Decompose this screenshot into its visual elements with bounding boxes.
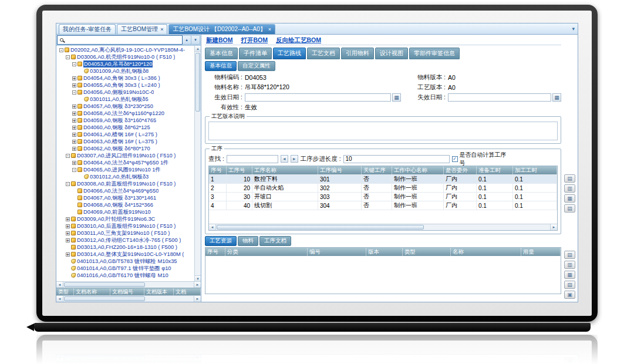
tree-item[interactable]: D04066,A0,法兰δ4*φ469*φ550	[58, 187, 194, 194]
tree-expander-icon[interactable]: +	[72, 105, 76, 109]
scroll-right-icon[interactable]: ►	[550, 224, 557, 230]
scroll-thumb[interactable]	[64, 282, 145, 287]
tree-item[interactable]: D04069,A0,前盖板919No10	[58, 208, 194, 215]
detail-tab[interactable]: 工艺路线	[273, 48, 306, 59]
bom-action-link[interactable]: 打开BOM	[241, 36, 268, 45]
find-input[interactable]	[227, 155, 278, 163]
tree-expander-icon[interactable]: +	[66, 217, 70, 221]
scroll-right-icon[interactable]: ►	[194, 296, 201, 302]
tree-item[interactable]: + D04058,A0,法兰δ6*φ1160*φ1220	[58, 110, 194, 117]
tree-item[interactable]: 0301009,A0,热轧钢板δ8	[58, 68, 194, 75]
table-tool-button[interactable]: ▤	[564, 174, 575, 183]
table-tool-button[interactable]: ▦	[564, 271, 575, 279]
tree-item[interactable]: + D04054,A0,角钢 30x3 ( L=386 )	[58, 75, 194, 82]
detail-tab[interactable]: 工艺文档	[307, 48, 340, 59]
tree-expander-icon[interactable]: +	[72, 140, 76, 144]
tree-expander-icon[interactable]: +	[72, 76, 76, 80]
table-tool-button[interactable]: ▥	[564, 261, 575, 269]
scroll-up-icon[interactable]: ▲	[195, 46, 201, 52]
process-row[interactable]: 1 10 数控下料 301 否 制作一班 厂内 0.1	[209, 174, 557, 183]
scroll-left-icon[interactable]: ◄	[56, 282, 63, 288]
close-icon[interactable]: ×	[268, 27, 271, 32]
tree-expander-icon[interactable]: -	[72, 168, 76, 172]
table-tool-button[interactable]: ▦	[564, 194, 575, 203]
tree-expander-icon[interactable]: +	[66, 224, 70, 228]
window-tab[interactable]: 我的任务-审签任务	[59, 24, 116, 34]
tree-item[interactable]: + D04063,A0,槽钢 16# ( L=375 )	[58, 138, 194, 145]
resource-tab[interactable]: 物料	[238, 236, 258, 246]
tree-item[interactable]: + D04064,A0,法兰δ4*φ457*φ550 1件	[58, 159, 194, 166]
doc-horizontal-scrollbar[interactable]: ◄ ►	[56, 295, 201, 302]
scroll-thumb[interactable]	[195, 53, 200, 112]
scroll-track[interactable]	[63, 355, 194, 360]
tree-expander-icon[interactable]: -	[72, 90, 76, 95]
tree-item[interactable]: - D03008,A0,前盖板组件919No10 ( F510 )	[58, 180, 194, 187]
find-next-button[interactable]: ►	[291, 155, 298, 163]
tree-expander-icon[interactable]: +	[66, 252, 70, 257]
scroll-right-icon[interactable]: ►	[194, 355, 201, 360]
bom-action-link[interactable]: 新建BOM	[206, 36, 233, 45]
tree-expander-icon[interactable]: +	[72, 133, 76, 137]
scroll-track[interactable]	[63, 296, 194, 302]
table-tool-button[interactable]: ▣	[564, 291, 575, 299]
tree-horizontal-scrollbar[interactable]: ◄ ►	[56, 281, 201, 288]
tree-item[interactable]: - D04065,A0,进风圈919No10 1件	[58, 166, 194, 173]
table-tool-button[interactable]: ▤	[564, 204, 575, 213]
process-row[interactable]: 2 20 半自动火焰 302 否 制作一班 厂内 0.1	[209, 183, 557, 192]
tree-expander-icon[interactable]: -	[66, 182, 70, 186]
tree-item[interactable]: + D04059,A0,钢板 δ3*160*4765	[58, 117, 194, 124]
expire-date-input[interactable]	[448, 93, 551, 102]
tree-item[interactable]: + D04055,A0,角钢 30x3 ( L=240 )	[58, 82, 194, 89]
tree-item[interactable]: 0301012,A0,热轧钢板δ3	[58, 173, 194, 180]
tree-item[interactable]: 0401013,A0,GB/T5783 镀锌螺栓 M10x35	[58, 258, 194, 265]
detail-tab[interactable]: 零部件审签信息	[409, 48, 460, 59]
scroll-track[interactable]	[216, 224, 550, 230]
tree-item[interactable]: + D03009,A0,叶轮组件919No6.3C	[58, 215, 194, 223]
tab-overflow-caret-icon[interactable]: ▾	[572, 26, 575, 32]
search-prev-button[interactable]: ▴	[183, 35, 191, 45]
tree-item[interactable]: + D03012,A0,传动组CT140水冷-765 ( F500 )	[58, 237, 194, 244]
tree-vertical-scrollbar[interactable]: ▲ ▼	[194, 46, 201, 281]
tree-item[interactable]: + D04057,A0,钢板 δ3*230*250	[58, 103, 194, 110]
bom-action-link[interactable]: 反向绘工艺BOM	[276, 36, 321, 45]
tree-item[interactable]: D04067,A0,钢板 δ3*130*1461	[58, 194, 194, 201]
scroll-thumb[interactable]	[64, 355, 145, 360]
find-prev-button[interactable]: ◄	[281, 155, 288, 163]
scroll-thumb[interactable]	[64, 296, 145, 301]
detail-tab[interactable]: 基本信息	[205, 48, 238, 59]
tree-item[interactable]: D03013,A0,FHZ200-16×18-1310 ( F500 )	[58, 244, 194, 251]
scroll-left-icon[interactable]: ◄	[209, 224, 216, 230]
process-row[interactable]: 4 40 线切割 304 否 制作一班 厂内 0.1	[209, 201, 557, 210]
tree-item[interactable]: 0301011,A0,热轧钢板δ5	[58, 96, 194, 103]
scroll-right-icon[interactable]: ►	[194, 282, 201, 288]
tree-expander-icon[interactable]: -	[59, 48, 63, 52]
effective-date-input[interactable]	[245, 93, 391, 102]
step-length-input[interactable]	[343, 155, 450, 163]
process-horizontal-scrollbar[interactable]: ◄ ►	[209, 224, 557, 230]
resource-tab[interactable]: 工艺资源	[205, 236, 237, 246]
tree-expander-icon[interactable]: +	[72, 161, 76, 165]
auto-calc-checkbox[interactable]: ✓	[452, 156, 458, 162]
calendar-icon[interactable]: ▦	[392, 93, 401, 102]
resource-tab[interactable]: 工序文档	[259, 236, 291, 246]
tree-item[interactable]: + D03011,A0,三角支架919No10 ( F510 )	[58, 230, 194, 237]
tree-item[interactable]: - D04056,A0,侧板919No10C-0	[58, 89, 194, 96]
info-subtab[interactable]: 基本信息	[205, 61, 237, 71]
scroll-track[interactable]	[63, 282, 194, 288]
tree-item[interactable]: + D03014,A0,整体支架919No10C-L0-Y180M (	[58, 251, 194, 258]
tree-item[interactable]: - D04053,A0,吊耳δ8*120*120	[58, 60, 194, 68]
tree-expander-icon[interactable]: +	[72, 126, 76, 130]
tree-item[interactable]: - D02002,A0,离心风机9-19-10C-L0-YVP180M-4-	[58, 46, 194, 53]
scroll-down-icon[interactable]: ▼	[195, 275, 201, 281]
tree-expander-icon[interactable]: +	[72, 112, 76, 116]
tree-item[interactable]: - D03006,A0,机壳组件919No10-0 ( F510 )	[58, 53, 194, 60]
tree-expander-icon[interactable]: -	[66, 55, 70, 59]
table-tool-button[interactable]: ▤	[564, 251, 575, 259]
tree-item[interactable]: - D03007,A0,进风口组件919No10 ( F510 )	[58, 152, 194, 159]
tree-expander-icon[interactable]: -	[66, 154, 70, 158]
doc-horizontal-scrollbar[interactable]: ◄ ►	[56, 355, 201, 361]
tree-search-input[interactable]	[66, 36, 182, 44]
tree-expander-icon[interactable]: +	[72, 119, 76, 123]
detail-tab[interactable]: 设计视图	[375, 48, 408, 59]
close-icon[interactable]: ×	[160, 27, 163, 32]
